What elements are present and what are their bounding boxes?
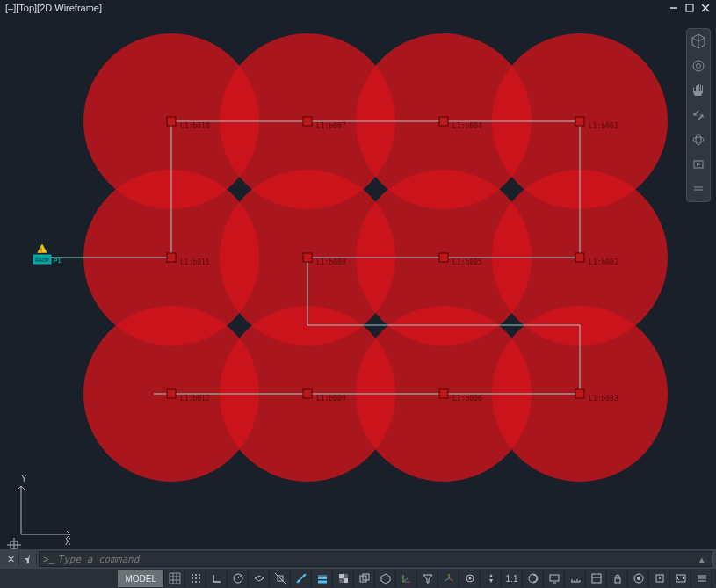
selection-filter-icon[interactable] bbox=[417, 570, 438, 587]
workspace-switch-icon[interactable] bbox=[523, 570, 544, 587]
panel-label: P1 bbox=[54, 258, 61, 264]
close-button[interactable] bbox=[700, 3, 711, 13]
svg-text:!: ! bbox=[40, 247, 42, 253]
isolate-objects-icon[interactable] bbox=[628, 570, 649, 587]
node[interactable] bbox=[575, 117, 584, 126]
svg-point-26 bbox=[693, 61, 704, 71]
annotation-scale[interactable]: 1:1 bbox=[502, 570, 523, 587]
node[interactable] bbox=[439, 253, 448, 262]
maximize-button[interactable] bbox=[684, 3, 695, 13]
svg-text:X: X bbox=[65, 537, 71, 547]
svg-point-41 bbox=[199, 577, 200, 579]
svg-rect-58 bbox=[339, 578, 344, 583]
viewport-label[interactable]: [–][Top][2D Wireframe] bbox=[5, 3, 102, 13]
orbit-icon[interactable] bbox=[690, 131, 707, 149]
command-line-row: ✕ >_ ▴ bbox=[0, 549, 716, 569]
grid-toggle-icon[interactable] bbox=[164, 570, 185, 587]
lineweight-toggle-icon[interactable] bbox=[312, 570, 333, 587]
node[interactable] bbox=[575, 389, 584, 398]
panel-marker[interactable]: ! FACP P1 bbox=[33, 243, 61, 264]
label: L1:b010 bbox=[180, 122, 210, 130]
node[interactable] bbox=[303, 117, 312, 126]
node[interactable] bbox=[167, 253, 176, 262]
zoom-icon[interactable] bbox=[690, 106, 707, 124]
svg-point-36 bbox=[192, 574, 193, 576]
label: L1:b011 bbox=[180, 258, 210, 266]
polar-toggle-icon[interactable] bbox=[228, 570, 249, 587]
model-space-button[interactable]: MODEL bbox=[118, 570, 164, 587]
label: L1:b001 bbox=[589, 122, 618, 130]
osnap-toggle-icon[interactable] bbox=[270, 570, 291, 587]
svg-point-31 bbox=[696, 134, 701, 145]
command-input[interactable] bbox=[58, 554, 696, 565]
svg-line-46 bbox=[238, 575, 242, 578]
svg-line-29 bbox=[698, 115, 703, 120]
showmotion-icon[interactable] bbox=[690, 156, 707, 173]
viewport-titlebar: [–][Top][2D Wireframe] bbox=[0, 0, 716, 16]
drawing-viewport[interactable]: L1:b010 L1:b007 L1:b004 L1:b001 L1:b011 … bbox=[0, 16, 716, 549]
annotation-monitor-icon[interactable] bbox=[544, 570, 565, 587]
customize-icon[interactable] bbox=[21, 552, 37, 566]
node[interactable] bbox=[439, 389, 448, 398]
selection-cycling-icon[interactable] bbox=[354, 570, 375, 587]
ortho-toggle-icon[interactable] bbox=[206, 570, 228, 587]
svg-line-48 bbox=[275, 573, 286, 584]
layout-tab-close-icon[interactable]: ✕ bbox=[4, 552, 19, 566]
svg-marker-33 bbox=[697, 163, 700, 166]
dynamic-ucs-icon[interactable] bbox=[396, 570, 417, 587]
annotation-autoscale-icon[interactable] bbox=[481, 570, 502, 587]
customization-icon[interactable] bbox=[691, 570, 712, 587]
lock-ui-icon[interactable] bbox=[607, 570, 628, 587]
svg-rect-80 bbox=[615, 578, 620, 583]
viewcube-icon[interactable] bbox=[690, 33, 707, 50]
svg-point-38 bbox=[199, 574, 200, 576]
svg-rect-56 bbox=[344, 578, 348, 583]
svg-rect-57 bbox=[344, 574, 348, 578]
svg-text:Y: Y bbox=[21, 474, 27, 483]
svg-point-84 bbox=[659, 577, 661, 579]
node[interactable] bbox=[439, 117, 448, 126]
svg-rect-71 bbox=[550, 575, 559, 581]
autosnap-toggle-icon[interactable] bbox=[291, 570, 312, 587]
command-input-wrap[interactable]: >_ ▴ bbox=[39, 551, 712, 567]
minimize-button[interactable] bbox=[669, 3, 679, 13]
gizmo-icon[interactable] bbox=[438, 570, 459, 587]
3dosnap-icon[interactable] bbox=[375, 570, 396, 587]
navigation-bar bbox=[686, 28, 711, 202]
node[interactable] bbox=[303, 389, 312, 398]
svg-rect-55 bbox=[339, 574, 344, 578]
snap-toggle-icon[interactable] bbox=[185, 570, 206, 587]
window-controls bbox=[669, 3, 716, 13]
annotation-visibility-icon[interactable] bbox=[459, 570, 481, 587]
svg-point-50 bbox=[297, 580, 300, 583]
node[interactable] bbox=[575, 253, 584, 262]
svg-point-39 bbox=[192, 577, 193, 579]
svg-marker-64 bbox=[423, 575, 432, 583]
svg-point-69 bbox=[468, 577, 471, 580]
svg-line-67 bbox=[445, 578, 449, 581]
svg-point-51 bbox=[302, 575, 305, 577]
label: L1:b007 bbox=[316, 122, 346, 130]
node[interactable] bbox=[167, 389, 176, 398]
svg-rect-1 bbox=[686, 4, 693, 11]
hardware-accel-icon[interactable] bbox=[649, 570, 670, 587]
label: L1:b005 bbox=[452, 258, 482, 266]
command-history-up-icon[interactable]: ▴ bbox=[696, 553, 708, 565]
pan-icon[interactable] bbox=[690, 82, 707, 99]
svg-rect-78 bbox=[592, 574, 601, 583]
clean-screen-icon[interactable] bbox=[670, 570, 691, 587]
node[interactable] bbox=[303, 253, 312, 262]
transparency-toggle-icon[interactable] bbox=[333, 570, 354, 587]
node[interactable] bbox=[167, 117, 176, 126]
svg-point-40 bbox=[195, 577, 197, 579]
fullnav-wheel-icon[interactable] bbox=[690, 57, 707, 75]
quick-properties-icon[interactable] bbox=[586, 570, 607, 587]
isodraft-icon[interactable] bbox=[249, 570, 270, 587]
label: L1:b003 bbox=[589, 395, 618, 403]
svg-point-42 bbox=[192, 581, 193, 583]
svg-point-43 bbox=[195, 581, 197, 583]
svg-point-82 bbox=[637, 577, 640, 580]
nav-settings-icon[interactable] bbox=[690, 180, 707, 198]
units-icon[interactable] bbox=[565, 570, 586, 587]
command-prompt-icon: >_ bbox=[43, 554, 54, 564]
